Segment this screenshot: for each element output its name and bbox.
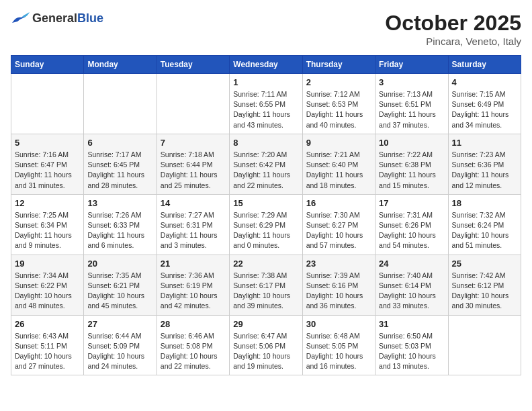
day-number: 4 [452,77,517,87]
calendar-cell: 3Sunrise: 7:13 AMSunset: 6:51 PMDaylight… [375,74,448,134]
title-block: October 2025 Pincara, Veneto, Italy [385,11,521,47]
day-info: Sunrise: 7:38 AMSunset: 6:17 PMDaylight:… [233,271,298,312]
day-number: 27 [87,319,152,329]
day-number: 20 [87,259,152,269]
day-number: 14 [161,198,226,208]
day-number: 21 [161,259,226,269]
calendar-cell: 26Sunrise: 6:43 AMSunset: 5:11 PMDayligh… [11,315,84,375]
day-info: Sunrise: 7:27 AMSunset: 6:31 PMDaylight:… [161,210,226,251]
day-number: 8 [233,138,298,148]
calendar-week-row: 26Sunrise: 6:43 AMSunset: 5:11 PMDayligh… [11,315,521,375]
day-number: 13 [87,198,152,208]
day-info: Sunrise: 7:40 AMSunset: 6:14 PMDaylight:… [379,271,444,312]
calendar-week-row: 1Sunrise: 7:11 AMSunset: 6:55 PMDaylight… [11,74,521,134]
day-number: 9 [306,138,371,148]
day-info: Sunrise: 6:44 AMSunset: 5:09 PMDaylight:… [87,331,152,372]
day-info: Sunrise: 7:23 AMSunset: 6:36 PMDaylight:… [452,150,517,191]
day-number: 23 [306,259,371,269]
day-info: Sunrise: 7:25 AMSunset: 6:34 PMDaylight:… [15,210,80,251]
month-title: October 2025 [385,11,521,36]
calendar-cell: 29Sunrise: 6:47 AMSunset: 5:06 PMDayligh… [230,315,302,375]
calendar-week-row: 12Sunrise: 7:25 AMSunset: 6:34 PMDayligh… [11,194,521,255]
day-number: 28 [161,319,226,329]
day-info: Sunrise: 7:34 AMSunset: 6:22 PMDaylight:… [15,271,80,312]
calendar-cell: 11Sunrise: 7:23 AMSunset: 6:36 PMDayligh… [448,134,521,194]
day-info: Sunrise: 7:35 AMSunset: 6:21 PMDaylight:… [87,271,152,312]
calendar-cell: 7Sunrise: 7:18 AMSunset: 6:44 PMDaylight… [157,134,229,194]
calendar-cell: 31Sunrise: 6:50 AMSunset: 5:03 PMDayligh… [375,315,448,375]
day-info: Sunrise: 6:43 AMSunset: 5:11 PMDaylight:… [15,331,80,372]
day-info: Sunrise: 6:50 AMSunset: 5:03 PMDaylight:… [379,331,444,372]
day-number: 1 [233,77,298,87]
calendar-cell: 19Sunrise: 7:34 AMSunset: 6:22 PMDayligh… [11,255,84,315]
day-info: Sunrise: 7:21 AMSunset: 6:40 PMDaylight:… [306,150,371,191]
calendar-cell: 27Sunrise: 6:44 AMSunset: 5:09 PMDayligh… [84,315,157,375]
weekday-header: Saturday [448,56,521,74]
weekday-header: Monday [84,56,157,74]
calendar-cell: 24Sunrise: 7:40 AMSunset: 6:14 PMDayligh… [375,255,448,315]
weekday-header: Thursday [302,56,375,74]
calendar-cell: 28Sunrise: 6:46 AMSunset: 5:08 PMDayligh… [157,315,229,375]
calendar-cell: 10Sunrise: 7:22 AMSunset: 6:38 PMDayligh… [375,134,448,194]
calendar-cell: 14Sunrise: 7:27 AMSunset: 6:31 PMDayligh… [157,194,229,255]
day-info: Sunrise: 7:11 AMSunset: 6:55 PMDaylight:… [233,89,298,130]
calendar-cell: 30Sunrise: 6:48 AMSunset: 5:05 PMDayligh… [302,315,375,375]
calendar-cell: 21Sunrise: 7:36 AMSunset: 6:19 PMDayligh… [157,255,229,315]
calendar-cell: 9Sunrise: 7:21 AMSunset: 6:40 PMDaylight… [302,134,375,194]
calendar-cell: 6Sunrise: 7:17 AMSunset: 6:45 PMDaylight… [84,134,157,194]
day-number: 30 [306,319,371,329]
day-number: 2 [306,77,371,87]
day-number: 31 [379,319,444,329]
day-number: 3 [379,77,444,87]
day-number: 29 [233,319,298,329]
day-info: Sunrise: 7:12 AMSunset: 6:53 PMDaylight:… [306,89,371,130]
day-info: Sunrise: 7:16 AMSunset: 6:47 PMDaylight:… [15,150,80,191]
logo-general: General [32,11,77,25]
day-info: Sunrise: 7:42 AMSunset: 6:12 PMDaylight:… [452,271,517,312]
calendar-cell: 13Sunrise: 7:26 AMSunset: 6:33 PMDayligh… [84,194,157,255]
day-number: 6 [87,138,152,148]
day-info: Sunrise: 7:22 AMSunset: 6:38 PMDaylight:… [379,150,444,191]
calendar-cell: 4Sunrise: 7:15 AMSunset: 6:49 PMDaylight… [448,74,521,134]
day-number: 22 [233,259,298,269]
calendar-cell: 18Sunrise: 7:32 AMSunset: 6:24 PMDayligh… [448,194,521,255]
day-number: 26 [15,319,80,329]
day-number: 25 [452,259,517,269]
calendar-week-row: 5Sunrise: 7:16 AMSunset: 6:47 PMDaylight… [11,134,521,194]
day-info: Sunrise: 7:32 AMSunset: 6:24 PMDaylight:… [452,210,517,251]
day-number: 24 [379,259,444,269]
day-number: 15 [233,198,298,208]
calendar-cell: 17Sunrise: 7:31 AMSunset: 6:26 PMDayligh… [375,194,448,255]
day-number: 10 [379,138,444,148]
day-info: Sunrise: 7:20 AMSunset: 6:42 PMDaylight:… [233,150,298,191]
weekday-header: Friday [375,56,448,74]
location: Pincara, Veneto, Italy [385,36,521,47]
day-number: 7 [161,138,226,148]
calendar-week-row: 19Sunrise: 7:34 AMSunset: 6:22 PMDayligh… [11,255,521,315]
day-info: Sunrise: 7:15 AMSunset: 6:49 PMDaylight:… [452,89,517,130]
calendar-cell: 20Sunrise: 7:35 AMSunset: 6:21 PMDayligh… [84,255,157,315]
day-number: 18 [452,198,517,208]
weekday-header: Tuesday [157,56,229,74]
calendar-cell: 25Sunrise: 7:42 AMSunset: 6:12 PMDayligh… [448,255,521,315]
calendar-cell: 8Sunrise: 7:20 AMSunset: 6:42 PMDaylight… [230,134,302,194]
day-number: 17 [379,198,444,208]
calendar-cell: 2Sunrise: 7:12 AMSunset: 6:53 PMDaylight… [302,74,375,134]
day-info: Sunrise: 7:26 AMSunset: 6:33 PMDaylight:… [87,210,152,251]
calendar-cell: 15Sunrise: 7:29 AMSunset: 6:29 PMDayligh… [230,194,302,255]
calendar-cell: 23Sunrise: 7:39 AMSunset: 6:16 PMDayligh… [302,255,375,315]
calendar-cell: 5Sunrise: 7:16 AMSunset: 6:47 PMDaylight… [11,134,84,194]
page-header: GeneralBlue October 2025 Pincara, Veneto… [11,11,521,47]
logo-icon [11,11,30,26]
calendar-cell: 16Sunrise: 7:30 AMSunset: 6:27 PMDayligh… [302,194,375,255]
day-info: Sunrise: 7:18 AMSunset: 6:44 PMDaylight:… [161,150,226,191]
logo-blue: Blue [77,11,103,25]
weekday-header: Wednesday [230,56,302,74]
calendar-cell [157,74,229,134]
calendar-cell: 22Sunrise: 7:38 AMSunset: 6:17 PMDayligh… [230,255,302,315]
calendar-header-row: SundayMondayTuesdayWednesdayThursdayFrid… [11,56,521,74]
calendar-cell: 1Sunrise: 7:11 AMSunset: 6:55 PMDaylight… [230,74,302,134]
calendar-cell [448,315,521,375]
calendar-cell [84,74,157,134]
day-number: 11 [452,138,517,148]
